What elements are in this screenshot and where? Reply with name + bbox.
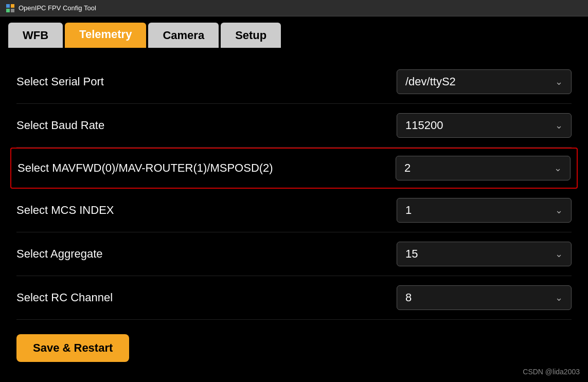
svg-rect-0 <box>6 4 10 8</box>
aggregate-chevron: ⌄ <box>555 248 563 260</box>
form-row-mcs-index: Select MCS INDEX 1 ⌄ <box>16 189 572 232</box>
tab-bar: WFB Telemetry Camera Setup <box>0 16 588 48</box>
rc-channel-select[interactable]: 8 ⌄ <box>397 285 572 310</box>
mcs-index-select[interactable]: 1 ⌄ <box>397 198 572 223</box>
title-bar: OpenIPC FPV Config Tool <box>0 0 588 16</box>
serial-port-label: Select Serial Port <box>16 75 104 88</box>
rc-channel-chevron: ⌄ <box>555 292 563 303</box>
app-icon <box>6 4 14 12</box>
form-row-serial-port: Select Serial Port /dev/ttyS2 ⌄ <box>16 60 572 104</box>
rc-channel-value: 8 <box>405 291 412 304</box>
svg-rect-1 <box>11 4 14 8</box>
baud-rate-chevron: ⌄ <box>555 120 563 131</box>
app-title: OpenIPC FPV Config Tool <box>19 4 96 12</box>
form-row-baud-rate: Select Baud Rate 115200 ⌄ <box>16 104 572 148</box>
main-wrapper: WFB Telemetry Camera Setup Select Serial… <box>0 16 588 382</box>
mcs-index-value: 1 <box>405 204 412 217</box>
mcs-index-chevron: ⌄ <box>555 205 563 216</box>
svg-rect-3 <box>11 9 14 12</box>
baud-rate-value: 115200 <box>405 119 443 132</box>
baud-rate-label: Select Baud Rate <box>16 119 104 132</box>
tab-setup[interactable]: Setup <box>221 23 281 48</box>
svg-rect-2 <box>6 9 10 12</box>
serial-port-chevron: ⌄ <box>555 76 563 87</box>
mavfwd-label: Select MAVFWD(0)/MAV-ROUTER(1)/MSPOSD(2) <box>17 161 273 175</box>
form-row-mavfwd: Select MAVFWD(0)/MAV-ROUTER(1)/MSPOSD(2)… <box>10 148 578 189</box>
serial-port-value: /dev/ttyS2 <box>405 75 456 88</box>
baud-rate-select[interactable]: 115200 ⌄ <box>397 113 572 138</box>
content-area: Select Serial Port /dev/ttyS2 ⌄ Select B… <box>0 48 588 374</box>
mavfwd-value: 2 <box>404 161 411 175</box>
tab-telemetry[interactable]: Telemetry <box>65 23 146 48</box>
mcs-index-label: Select MCS INDEX <box>16 204 114 217</box>
rc-channel-label: Select RC Channel <box>16 291 113 304</box>
mavfwd-select[interactable]: 2 ⌄ <box>396 156 571 180</box>
tab-wfb[interactable]: WFB <box>8 23 63 48</box>
save-restart-button[interactable]: Save & Restart <box>16 334 129 362</box>
form-row-aggregate: Select Aggregate 15 ⌄ <box>16 232 572 276</box>
aggregate-label: Select Aggregate <box>16 247 103 261</box>
mavfwd-chevron: ⌄ <box>554 162 562 174</box>
serial-port-select[interactable]: /dev/ttyS2 ⌄ <box>397 69 572 94</box>
watermark: CSDN @lida2003 <box>523 368 580 376</box>
tab-camera[interactable]: Camera <box>148 23 219 48</box>
form-row-rc-channel: Select RC Channel 8 ⌄ <box>16 276 572 320</box>
aggregate-select[interactable]: 15 ⌄ <box>397 242 572 266</box>
aggregate-value: 15 <box>405 247 418 261</box>
